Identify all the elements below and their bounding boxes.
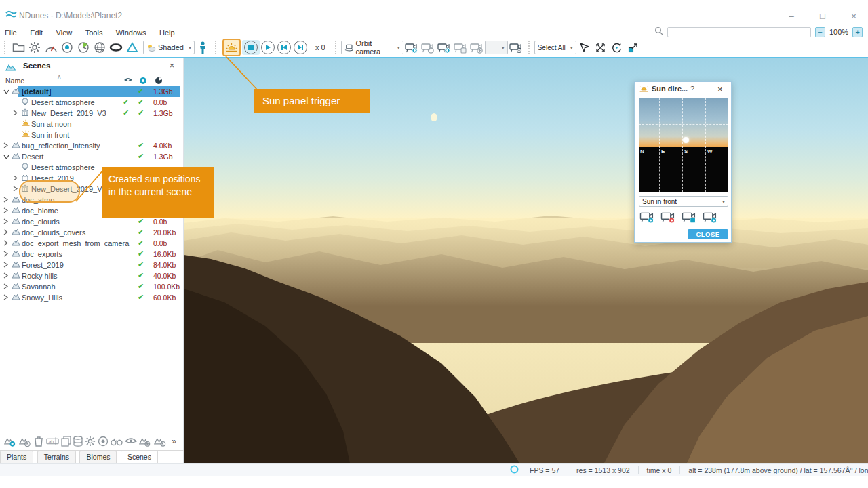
tree-row-label[interactable]: Sun at noon	[31, 120, 71, 128]
tree-row[interactable]: Sun at noon	[0, 119, 179, 129]
expander-icon[interactable]	[3, 293, 10, 302]
expander-icon[interactable]	[3, 218, 10, 226]
camera-save-button[interactable]	[452, 40, 469, 55]
tree-row[interactable]: doc_exports✔16.0Kb	[0, 249, 179, 260]
expander-icon[interactable]	[3, 228, 10, 237]
tree-column-header[interactable]: Name ∧	[0, 75, 179, 85]
scale-tool-button[interactable]	[625, 39, 642, 56]
select-mode-dropdown[interactable]: Select All ▾	[534, 41, 576, 54]
camera-view-3-button[interactable]	[436, 40, 452, 55]
expander-icon[interactable]	[3, 142, 10, 150]
duplicate-scene-button[interactable]	[19, 434, 32, 448]
tree-row-label[interactable]: doc_clouds_covers	[22, 228, 85, 237]
expander-icon[interactable]	[3, 87, 10, 96]
tree-row[interactable]: Desert✔1.3Gb	[0, 151, 179, 162]
tree-row-label[interactable]: Desert atmosphere	[31, 163, 95, 171]
tree-row[interactable]: doc_clouds_covers✔20.0Kb	[0, 227, 179, 238]
active-check-icon[interactable]: ✔	[138, 249, 144, 258]
play-button[interactable]	[261, 41, 275, 54]
character-view-button[interactable]	[195, 39, 211, 56]
menu-windows[interactable]: Windows	[111, 27, 152, 38]
tab-plants[interactable]: Plants	[0, 451, 33, 464]
sun-position-handle[interactable]	[683, 137, 689, 143]
camera-locate-button[interactable]	[702, 211, 718, 226]
stop-button[interactable]	[242, 40, 260, 55]
tree-row[interactable]: bug_reflection_intensity✔4.0Kb	[0, 140, 179, 151]
camera-view-2-button[interactable]	[420, 40, 436, 55]
ellipse-primitive-button[interactable]	[108, 39, 124, 56]
tree-row-label[interactable]: doc_clouds	[22, 218, 60, 226]
expander-icon[interactable]	[3, 207, 10, 215]
menu-edit[interactable]: Edit	[25, 27, 48, 38]
move-tool-button[interactable]	[593, 39, 609, 56]
step-forward-button[interactable]	[294, 41, 307, 54]
sun-direction-button[interactable]	[222, 39, 241, 56]
maximize-button[interactable]: □	[812, 9, 833, 23]
close-button[interactable]: ×	[844, 9, 864, 23]
tree-row-label[interactable]: Rocky hills	[22, 272, 58, 280]
select-cursor-button[interactable]	[576, 39, 593, 56]
eye-button[interactable]	[125, 434, 137, 448]
tree-row-label[interactable]: Desert atmosphere	[31, 98, 95, 106]
active-check-icon[interactable]: ✔	[138, 108, 144, 117]
active-check-icon[interactable]: ✔	[138, 98, 144, 106]
step-back-button[interactable]	[277, 41, 291, 54]
render-mode-dropdown[interactable]: Shaded ▾	[143, 41, 195, 54]
camera-save-button[interactable]	[681, 211, 697, 226]
add-scene-button[interactable]	[4, 434, 17, 448]
copy-button[interactable]	[61, 434, 71, 448]
tree-row-label[interactable]: New_Desert_2019_V3	[31, 109, 106, 117]
tree-row-label[interactable]: Sun in front	[31, 131, 69, 139]
active-check-icon[interactable]: ✔	[138, 260, 144, 269]
menu-help[interactable]: Help	[155, 27, 180, 38]
camera-mode-dropdown[interactable]: Orbit camera ▾	[341, 41, 403, 54]
tree-row[interactable]: [default]✔1.3Gb	[0, 86, 179, 97]
tree-row[interactable]: Sun in front	[0, 129, 179, 140]
performance-gauge-button[interactable]	[43, 39, 59, 56]
camera-view-1-button[interactable]	[403, 40, 420, 55]
tree-row[interactable]: Snowy_Hills✔60.0Kb	[0, 292, 179, 303]
minimize-button[interactable]: –	[781, 9, 802, 23]
tree-row-label[interactable]: doc_biome	[22, 207, 58, 215]
help-button[interactable]: ?	[690, 85, 694, 93]
tree-row[interactable]: doc_export_mesh_from_camera✔0.0b	[0, 238, 179, 249]
open-folder-button[interactable]	[10, 39, 26, 56]
record-button[interactable]	[98, 434, 108, 448]
expander-icon[interactable]	[3, 250, 10, 258]
menu-tools[interactable]: Tools	[81, 27, 108, 38]
record-button[interactable]	[59, 39, 75, 56]
menu-view[interactable]: View	[52, 27, 78, 38]
rename-button[interactable]: ab	[46, 434, 59, 448]
close-panel-button[interactable]: CLOSE	[688, 229, 728, 239]
expander-icon[interactable]	[3, 283, 10, 291]
3d-viewport[interactable]	[184, 58, 868, 463]
tree-row[interactable]: Rocky hills✔40.0Kb	[0, 270, 179, 281]
globe-button[interactable]	[92, 39, 108, 56]
active-check-icon[interactable]: ✔	[138, 152, 144, 161]
visible-check-icon[interactable]: ✔	[123, 98, 129, 106]
settings-gear-button[interactable]	[26, 39, 43, 56]
active-check-icon[interactable]: ✔	[138, 282, 144, 291]
zoom-in-button[interactable]: +	[852, 27, 863, 37]
camera-settings-button[interactable]	[508, 40, 524, 55]
tree-row[interactable]: Desert atmosphere✔✔0.0b	[0, 97, 179, 108]
tree-row-label[interactable]: bug_reflection_intensity	[22, 142, 100, 150]
active-check-icon[interactable]: ✔	[138, 239, 144, 247]
active-check-icon[interactable]: ✔	[138, 87, 144, 96]
sun-direction-map[interactable]: N E S W	[639, 98, 728, 192]
active-column-icon[interactable]	[139, 77, 147, 86]
sun-panel-close-icon[interactable]: ×	[717, 84, 723, 94]
menu-file[interactable]: File	[0, 27, 22, 38]
tree-row-label[interactable]: doc_export_mesh_from_camera	[22, 239, 129, 247]
camera-target-button[interactable]	[639, 211, 655, 226]
gear-button[interactable]	[85, 434, 96, 448]
column-name[interactable]: Name	[5, 77, 24, 85]
triangle-primitive-button[interactable]	[124, 39, 140, 56]
visibility-column-icon[interactable]	[123, 77, 133, 85]
active-check-icon[interactable]: ✔	[138, 141, 144, 150]
camera-record-button[interactable]	[660, 211, 676, 226]
tree-row[interactable]: Forest_2019✔84.0Kb	[0, 260, 179, 270]
tab-biomes[interactable]: Biomes	[79, 451, 117, 464]
tab-scenes[interactable]: Scenes	[121, 451, 158, 464]
overflow-icon[interactable]: »	[169, 434, 179, 448]
